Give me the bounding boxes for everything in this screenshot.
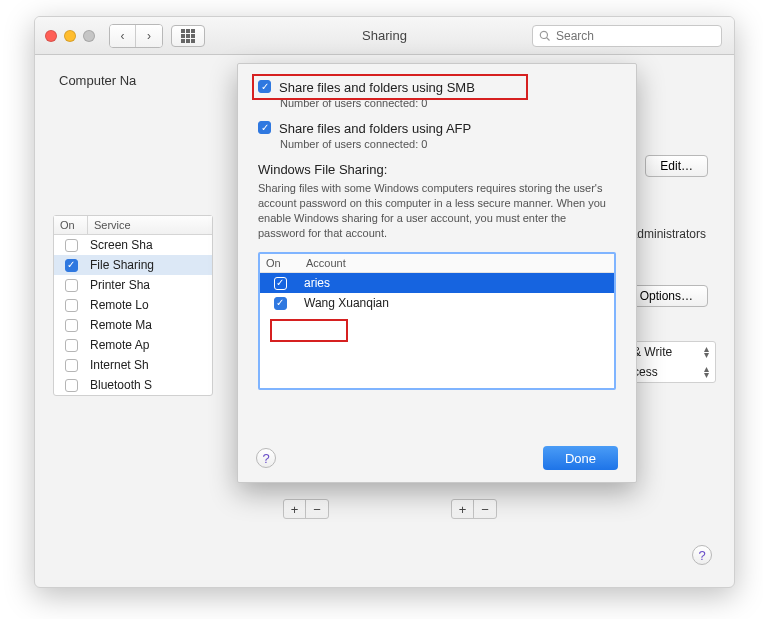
afp-label: Share files and folders using AFP — [279, 121, 471, 136]
service-checkbox[interactable] — [65, 279, 78, 292]
service-row[interactable]: Remote Ap — [54, 335, 212, 355]
account-name: aries — [300, 276, 614, 290]
service-checkbox[interactable] — [65, 379, 78, 392]
services-header-on: On — [54, 216, 88, 234]
service-row[interactable]: File Sharing — [54, 255, 212, 275]
account-row[interactable]: Wang Xuanqian — [260, 293, 614, 313]
account-checkbox[interactable] — [274, 297, 287, 310]
service-checkbox[interactable] — [65, 339, 78, 352]
service-name: Bluetooth S — [88, 378, 212, 392]
afp-checkbox[interactable] — [258, 121, 271, 134]
done-button[interactable]: Done — [543, 446, 618, 470]
options-button[interactable]: Options… — [625, 285, 708, 307]
minimize-window[interactable] — [64, 30, 76, 42]
service-checkbox[interactable] — [65, 359, 78, 372]
remove-user-button[interactable]: − — [474, 500, 496, 518]
service-checkbox[interactable] — [65, 239, 78, 252]
smb-label: Share files and folders using SMB — [279, 80, 475, 95]
titlebar: ‹ › Sharing — [35, 17, 734, 55]
service-name: Printer Sha — [88, 278, 212, 292]
service-row[interactable]: Internet Sh — [54, 355, 212, 375]
grid-icon — [181, 29, 195, 43]
service-row[interactable]: Screen Sha — [54, 235, 212, 255]
account-row[interactable]: aries — [260, 273, 614, 293]
nav-forward-button[interactable]: › — [136, 25, 162, 47]
stepper-icon: ▴▾ — [704, 346, 709, 358]
bottom-controls: + − + − ? — [35, 493, 734, 587]
accounts-list: On Account ariesWang Xuanqian — [258, 252, 616, 390]
account-checkbox[interactable] — [274, 277, 287, 290]
search-field[interactable] — [532, 25, 722, 47]
add-folder-button[interactable]: + — [284, 500, 306, 518]
windows-sharing-description: Sharing files with some Windows computer… — [258, 181, 616, 240]
accounts-header-account: Account — [300, 254, 352, 272]
service-name: Remote Ma — [88, 318, 212, 332]
show-all-button[interactable] — [171, 25, 205, 47]
service-row[interactable]: Printer Sha — [54, 275, 212, 295]
options-sheet: Share files and folders using SMB Number… — [237, 63, 637, 483]
services-header-service: Service — [88, 216, 137, 234]
stepper-icon: ▴▾ — [704, 366, 709, 378]
help-button[interactable]: ? — [692, 545, 712, 565]
shared-folders-add-remove: + − — [283, 499, 329, 519]
edit-button[interactable]: Edit… — [645, 155, 708, 177]
service-row[interactable]: Remote Lo — [54, 295, 212, 315]
service-name: Remote Lo — [88, 298, 212, 312]
sheet-help-button[interactable]: ? — [256, 448, 276, 468]
service-row[interactable]: Bluetooth S — [54, 375, 212, 395]
add-user-button[interactable]: + — [452, 500, 474, 518]
nav-back-forward: ‹ › — [109, 24, 163, 48]
close-window[interactable] — [45, 30, 57, 42]
search-input[interactable] — [556, 29, 715, 43]
zoom-window[interactable] — [83, 30, 95, 42]
nav-back-button[interactable]: ‹ — [110, 25, 136, 47]
window-controls — [45, 30, 95, 42]
search-icon — [539, 30, 551, 42]
windows-sharing-header: Windows File Sharing: — [258, 162, 616, 177]
service-row[interactable]: Remote Ma — [54, 315, 212, 335]
afp-user-count: Number of users connected: 0 — [280, 138, 616, 150]
service-checkbox[interactable] — [65, 299, 78, 312]
smb-user-count: Number of users connected: 0 — [280, 97, 616, 109]
preferences-window: ‹ › Sharing Computer Na Edit… and admini… — [34, 16, 735, 588]
computer-name-label: Computer Na — [59, 73, 136, 88]
service-name: Remote Ap — [88, 338, 212, 352]
service-name: Screen Sha — [88, 238, 212, 252]
account-name: Wang Xuanqian — [300, 296, 614, 310]
accounts-header-on: On — [260, 254, 300, 272]
users-add-remove: + − — [451, 499, 497, 519]
service-name: Internet Sh — [88, 358, 212, 372]
services-list: On Service Screen ShaFile SharingPrinter… — [53, 215, 213, 396]
service-name: File Sharing — [88, 258, 212, 272]
smb-checkbox[interactable] — [258, 80, 271, 93]
service-checkbox[interactable] — [65, 319, 78, 332]
service-checkbox[interactable] — [65, 259, 78, 272]
remove-folder-button[interactable]: − — [306, 500, 328, 518]
